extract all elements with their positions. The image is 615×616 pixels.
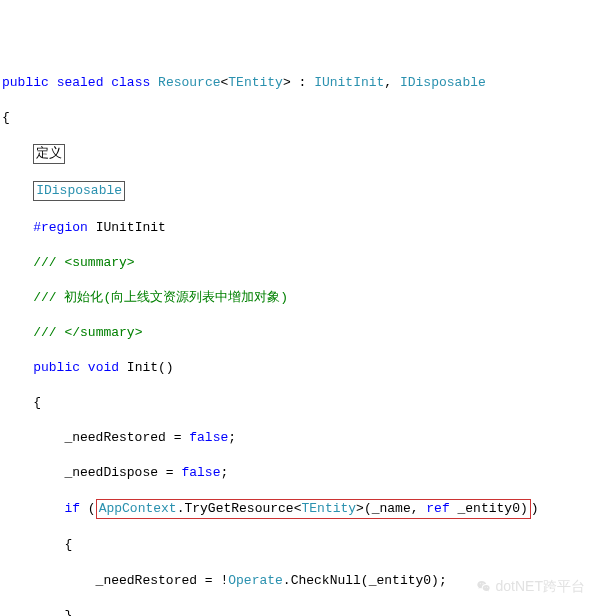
code-line: _needDispose = false; <box>2 464 613 482</box>
box-idisposable: IDisposable <box>33 181 125 201</box>
code-line: { <box>2 536 613 554</box>
kw-public: public <box>2 75 49 90</box>
type-operate: Operate <box>228 573 283 588</box>
xml-summary-open: /// <summary> <box>33 255 134 270</box>
region-text: IUnitInit <box>88 220 166 235</box>
stmt: .CheckNull(_entity0); <box>283 573 447 588</box>
stmt: _needDispose = <box>2 465 181 480</box>
code-line: { <box>2 394 613 412</box>
comma: , <box>384 75 400 90</box>
semi: ; <box>228 430 236 445</box>
code-line: #region IUnitInit <box>2 219 613 237</box>
type-iunitinit: IUnitInit <box>314 75 384 90</box>
code-line: _needRestored = !Operate.CheckNull(_enti… <box>2 572 613 590</box>
code-line: /// 初始化(向上线文资源列表中增加对象) <box>2 289 613 307</box>
method-mid: .TryGetResource< <box>177 501 302 516</box>
code-line: public void Init() <box>2 359 613 377</box>
kw-class: class <box>111 75 150 90</box>
code-line: public sealed class Resource<TEntity> : … <box>2 74 613 92</box>
region-start: #region <box>33 220 88 235</box>
code-line: { <box>2 109 613 127</box>
type-tentity: TEntity <box>301 501 356 516</box>
kw-false: false <box>181 465 220 480</box>
type-appcontext: AppContext <box>99 501 177 516</box>
code-line: if (AppContext.TryGetResource<TEntity>(_… <box>2 499 613 519</box>
type-idisposable: IDisposable <box>400 75 486 90</box>
kw-sealed: sealed <box>57 75 104 90</box>
method-sig: Init() <box>119 360 174 375</box>
type-tentity: TEntity <box>228 75 283 90</box>
code-line: /// </summary> <box>2 324 613 342</box>
type-resource: Resource <box>158 75 220 90</box>
kw-false: false <box>189 430 228 445</box>
colon: : <box>291 75 314 90</box>
kw-if: if <box>64 501 80 516</box>
angle-close: > <box>283 75 291 90</box>
box-appcontext-tryget: AppContext.TryGetResource<TEntity>(_name… <box>96 499 531 519</box>
xml-comment-slash: /// <box>33 290 56 305</box>
xml-comment-text: 初始化(向上线文资源列表中增加对象) <box>57 290 288 305</box>
semi: ; <box>220 465 228 480</box>
stmt: _needRestored = ! <box>2 573 228 588</box>
kw-public: public <box>33 360 80 375</box>
code-line: _needRestored = false; <box>2 429 613 447</box>
code-line: /// <summary> <box>2 254 613 272</box>
code-line: } <box>2 607 613 616</box>
stmt: _needRestored = <box>2 430 189 445</box>
xml-summary-close: /// </summary> <box>33 325 142 340</box>
box-definition: 定义 <box>33 144 65 164</box>
code-line: 定义 <box>2 144 613 164</box>
kw-void: void <box>88 360 119 375</box>
paren-open: ( <box>80 501 96 516</box>
code-line: IDisposable <box>2 181 613 201</box>
method-rest: >(_name, <box>356 501 426 516</box>
paren-close: ) <box>531 501 539 516</box>
method-end: _entity0) <box>450 501 528 516</box>
kw-ref: ref <box>426 501 449 516</box>
